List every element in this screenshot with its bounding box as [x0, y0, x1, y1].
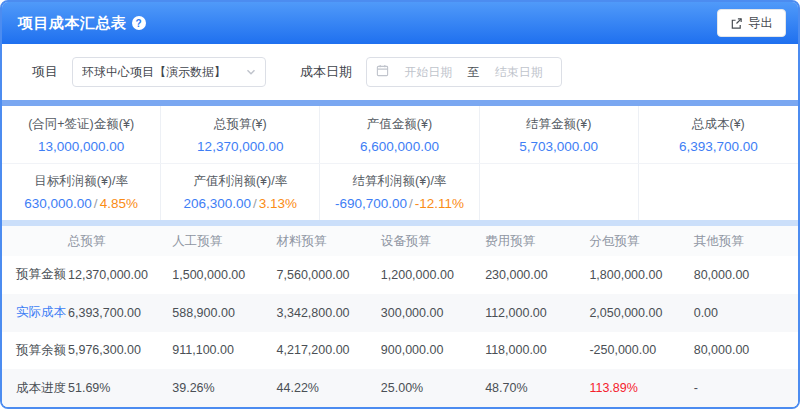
kpi-value: 12,370,000.00	[197, 139, 283, 154]
project-select[interactable]: 环球中心项目【演示数据】	[72, 57, 266, 87]
kpi-target-profit: 目标利润额(¥)/率 630,000.00/4.85%	[2, 164, 161, 220]
summary-row-amounts: (合同+签证)金额(¥) 13,000,000.00 总预算(¥) 12,370…	[2, 106, 798, 163]
table-cell-overrun: 113.89%	[589, 369, 693, 407]
kpi-label: 结算利润额(¥)/率	[353, 173, 447, 190]
kpi-value: 6,393,700.00	[679, 139, 758, 154]
table-cell: 1,500,000.00	[172, 256, 276, 294]
column-header-equipment-budget: 设备预算	[381, 226, 485, 256]
kpi-label: 目标利润额(¥)/率	[34, 173, 128, 190]
column-header-subcontract-budget: 分包预算	[589, 226, 693, 256]
date-to-label: 至	[468, 64, 480, 81]
page-title: 项目成本汇总表	[18, 14, 127, 33]
kpi-label: 产值金额(¥)	[367, 116, 432, 133]
column-header-total-budget: 总预算	[68, 226, 172, 256]
column-header-blank	[2, 226, 68, 256]
table-cell: 7,560,000.00	[277, 256, 381, 294]
table-cell: 39.26%	[172, 369, 276, 407]
project-filter-label: 项目	[32, 63, 58, 81]
table-cell: 6,393,700.00	[68, 294, 172, 332]
kpi-label: (合同+签证)金额(¥)	[28, 116, 134, 133]
row-label: 预算金额	[2, 256, 68, 294]
kpi-contract-amount: (合同+签证)金额(¥) 13,000,000.00	[2, 106, 161, 163]
start-date-placeholder: 开始日期	[395, 64, 462, 81]
date-range-input[interactable]: 开始日期 至 结束日期	[366, 57, 562, 87]
calendar-icon	[376, 63, 389, 81]
table-cell: 911,100.00	[172, 332, 276, 370]
kpi-value: -690,700.00/-12.11%	[335, 196, 464, 211]
table-cell: 300,000.00	[381, 294, 485, 332]
column-header-other-budget: 其他预算	[694, 226, 798, 256]
kpi-value: 5,703,000.00	[519, 139, 598, 154]
summary-card: (合同+签证)金额(¥) 13,000,000.00 总预算(¥) 12,370…	[2, 106, 798, 220]
table-row-budget-amount: 预算金额 12,370,000.00 1,500,000.00 7,560,00…	[2, 256, 798, 294]
table-cell: 3,342,800.00	[277, 294, 381, 332]
kpi-total-cost: 总成本(¥) 6,393,700.00	[639, 106, 798, 163]
table-cell: 12,370,000.00	[68, 256, 172, 294]
table-cell: 51.69%	[68, 369, 172, 407]
table-cell: 0.00	[694, 294, 798, 332]
kpi-label: 总预算(¥)	[214, 116, 267, 133]
end-date-placeholder: 结束日期	[486, 64, 553, 81]
export-icon	[730, 17, 743, 30]
table-cell: 80,000.00	[694, 256, 798, 294]
report-window: 项目成本汇总表 ? 导出 项目 环球中心项目【演示数据】 成本	[0, 0, 800, 409]
export-button-label: 导出	[748, 15, 773, 32]
table-row-cost-progress: 成本进度 51.69% 39.26% 44.22% 25.00% 48.70% …	[2, 369, 798, 407]
summary-row-profits: 目标利润额(¥)/率 630,000.00/4.85% 产值利润额(¥)/率 2…	[2, 163, 798, 220]
filter-bar: 项目 环球中心项目【演示数据】 成本日期 开始日期 至 结束日期	[2, 44, 798, 100]
help-icon[interactable]: ?	[132, 16, 146, 30]
table-header-row: 总预算 人工预算 材料预算 设备预算 费用预算 分包预算 其他预算	[2, 226, 798, 256]
kpi-label: 结算金额(¥)	[526, 116, 591, 133]
row-label: 预算余额	[2, 332, 68, 370]
actual-cost-link[interactable]: 实际成本	[2, 294, 68, 332]
table-cell: 118,000.00	[485, 332, 589, 370]
kpi-empty-cell	[480, 164, 639, 220]
table-cell: 4,217,200.00	[277, 332, 381, 370]
table-cell: 1,200,000.00	[381, 256, 485, 294]
column-header-expense-budget: 费用预算	[485, 226, 589, 256]
kpi-output-amount: 产值金额(¥) 6,600,000.00	[320, 106, 479, 163]
project-select-value: 环球中心项目【演示数据】	[82, 64, 226, 81]
budget-table-card: 总预算 人工预算 材料预算 设备预算 费用预算 分包预算 其他预算 预算金额 1…	[2, 226, 798, 407]
table-cell: 48.70%	[485, 369, 589, 407]
kpi-label: 产值利润额(¥)/率	[193, 173, 287, 190]
table-cell: 230,000.00	[485, 256, 589, 294]
kpi-empty-cell	[639, 164, 798, 220]
table-cell: -250,000.00	[589, 332, 693, 370]
column-header-material-budget: 材料预算	[277, 226, 381, 256]
table-cell: 44.22%	[277, 369, 381, 407]
kpi-total-budget: 总预算(¥) 12,370,000.00	[161, 106, 320, 163]
column-header-labor-budget: 人工预算	[172, 226, 276, 256]
table-cell: 112,000.00	[485, 294, 589, 332]
table-cell: 900,000.00	[381, 332, 485, 370]
budget-table: 总预算 人工预算 材料预算 设备预算 费用预算 分包预算 其他预算 预算金额 1…	[2, 226, 798, 407]
export-button[interactable]: 导出	[717, 9, 786, 37]
table-cell: 5,976,300.00	[68, 332, 172, 370]
table-cell: 588,900.00	[172, 294, 276, 332]
kpi-output-profit: 产值利润额(¥)/率 206,300.00/3.13%	[161, 164, 320, 220]
table-row-budget-balance: 预算余额 5,976,300.00 911,100.00 4,217,200.0…	[2, 332, 798, 370]
kpi-value: 206,300.00/3.13%	[183, 196, 297, 211]
app-header: 项目成本汇总表 ? 导出	[2, 2, 798, 44]
chevron-down-icon	[246, 63, 256, 81]
table-cell: 2,050,000.00	[589, 294, 693, 332]
cost-date-filter-label: 成本日期	[300, 63, 352, 81]
kpi-value: 630,000.00/4.85%	[24, 196, 138, 211]
kpi-settlement-amount: 结算金额(¥) 5,703,000.00	[480, 106, 639, 163]
kpi-value: 13,000,000.00	[38, 139, 124, 154]
table-cell: -	[694, 369, 798, 407]
row-label: 成本进度	[2, 369, 68, 407]
table-cell: 80,000.00	[694, 332, 798, 370]
kpi-settlement-profit: 结算利润额(¥)/率 -690,700.00/-12.11%	[320, 164, 479, 220]
kpi-value: 6,600,000.00	[360, 139, 439, 154]
table-cell: 25.00%	[381, 369, 485, 407]
table-cell: 1,800,000.00	[589, 256, 693, 294]
table-row-actual-cost: 实际成本 6,393,700.00 588,900.00 3,342,800.0…	[2, 294, 798, 332]
kpi-label: 总成本(¥)	[692, 116, 745, 133]
